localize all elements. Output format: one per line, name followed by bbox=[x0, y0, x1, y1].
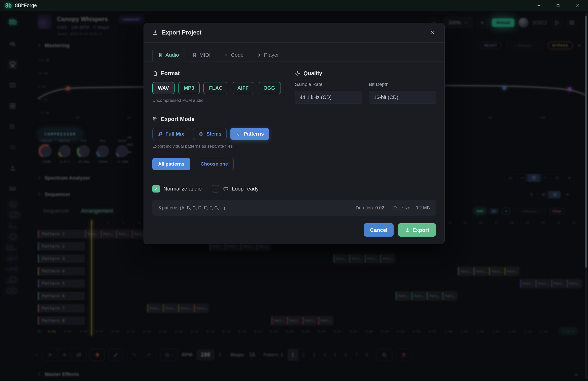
download-icon bbox=[152, 30, 158, 36]
dialog-header: Export Project bbox=[144, 23, 444, 43]
normalize-label: Normalize audio bbox=[163, 186, 202, 192]
download-icon bbox=[405, 228, 410, 233]
app-logo-icon: 8b bbox=[5, 2, 12, 9]
dialog-tabs: AudioMIDICodePlayer bbox=[144, 43, 444, 61]
gear-icon bbox=[295, 71, 300, 76]
pattern-scope-options: All patternsChoose one bbox=[152, 158, 436, 170]
loop-ready-checkbox[interactable] bbox=[212, 185, 219, 193]
sample-rate-label: Sample Rate bbox=[295, 82, 362, 87]
format-option-ogg[interactable]: OGG bbox=[258, 82, 281, 94]
app-title: 8BitForge bbox=[15, 3, 37, 8]
titlebar: 8b 8BitForge bbox=[0, 0, 588, 11]
maximize-button[interactable] bbox=[552, 2, 564, 10]
tab-code[interactable]: Code bbox=[218, 48, 249, 61]
tab-player[interactable]: Player bbox=[251, 48, 285, 61]
format-caption: Uncompressed PCM audio bbox=[152, 98, 281, 103]
copy-icon bbox=[152, 116, 158, 122]
loop-icon bbox=[223, 186, 228, 192]
scope-option-choose-one[interactable]: Choose one bbox=[195, 158, 234, 170]
loop-ready-option[interactable]: Loop-ready bbox=[212, 185, 259, 193]
maximize-icon bbox=[556, 4, 560, 8]
export-summary-bar: 8 patterns (A, B, C, D, E, F, G, H) Dura… bbox=[152, 200, 436, 216]
format-section: Format WAVMP3FLACAIFFOGG Uncompressed PC… bbox=[152, 70, 281, 104]
close-window-button[interactable] bbox=[571, 2, 583, 10]
cancel-button[interactable]: Cancel bbox=[364, 223, 394, 237]
check-icon bbox=[154, 186, 158, 191]
bit-depth-label: Bit Depth bbox=[369, 82, 436, 87]
format-heading: Format bbox=[161, 70, 180, 77]
divider bbox=[152, 178, 436, 178]
normalize-checkbox[interactable] bbox=[152, 185, 160, 193]
close-icon bbox=[429, 29, 436, 36]
sample-rate-field: Sample Rate 44.1 kHz (CD) bbox=[295, 82, 362, 104]
bit-depth-select[interactable]: 16-bit (CD) bbox=[369, 91, 436, 104]
minimize-button[interactable] bbox=[533, 2, 545, 10]
export-mode-heading: Export Mode bbox=[161, 116, 194, 122]
export-mode-caption: Export individual patterns as separate f… bbox=[152, 144, 436, 149]
format-options: WAVMP3FLACAIFFOGG bbox=[152, 82, 281, 94]
normalize-audio-option[interactable]: Normalize audio bbox=[152, 185, 202, 193]
format-option-mp3[interactable]: MP3 bbox=[178, 82, 200, 94]
export-button-label: Export bbox=[412, 227, 429, 233]
quality-section: Quality Sample Rate 44.1 kHz (CD) Bit De… bbox=[295, 70, 436, 104]
dialog-body: Format WAVMP3FLACAIFFOGG Uncompressed PC… bbox=[144, 61, 444, 216]
summary-duration: Duration: 0:02 bbox=[356, 205, 384, 211]
dialog-title: Export Project bbox=[162, 29, 201, 36]
bit-depth-field: Bit Depth 16-bit (CD) bbox=[369, 82, 436, 104]
minimize-icon bbox=[537, 3, 541, 8]
sample-rate-select[interactable]: 44.1 kHz (CD) bbox=[295, 91, 362, 104]
summary-size: Est. size: ~3.2 MB bbox=[393, 205, 430, 211]
loop-ready-label: Loop-ready bbox=[232, 186, 259, 192]
dialog-footer: Cancel Export bbox=[144, 216, 444, 244]
export-mode-section: Export Mode Full MixStemsPatterns Export… bbox=[152, 116, 436, 149]
close-dialog-button[interactable] bbox=[429, 29, 436, 36]
export-project-dialog: Export Project AudioMIDICodePlayer Forma… bbox=[144, 23, 445, 244]
tab-midi[interactable]: MIDI bbox=[186, 48, 216, 61]
quality-heading: Quality bbox=[303, 70, 322, 77]
mode-option-full-mix[interactable]: Full Mix bbox=[152, 128, 189, 140]
close-icon bbox=[575, 3, 579, 8]
app-window: 8bitForge 8b bbox=[0, 0, 588, 381]
mode-option-stems[interactable]: Stems bbox=[193, 128, 227, 140]
options-row: Normalize audio Loop-ready bbox=[152, 185, 436, 193]
tab-audio[interactable]: Audio bbox=[152, 48, 185, 61]
export-button[interactable]: Export bbox=[398, 223, 436, 237]
format-option-flac[interactable]: FLAC bbox=[203, 82, 228, 94]
summary-patterns: 8 patterns (A, B, C, D, E, F, G, H) bbox=[158, 205, 225, 211]
format-option-wav[interactable]: WAV bbox=[152, 82, 175, 94]
mode-option-patterns[interactable]: Patterns bbox=[230, 128, 269, 140]
scope-option-all-patterns[interactable]: All patterns bbox=[152, 158, 190, 170]
scrollbar-thumb[interactable] bbox=[585, 16, 587, 268]
format-option-aiff[interactable]: AIFF bbox=[232, 82, 254, 94]
scrollbar[interactable] bbox=[585, 13, 587, 379]
export-mode-options: Full MixStemsPatterns bbox=[152, 128, 436, 140]
file-icon bbox=[152, 71, 158, 76]
